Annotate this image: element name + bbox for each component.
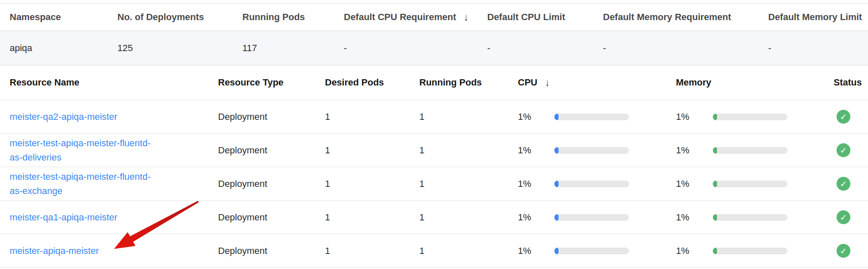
col-header-running-pods[interactable]: Running Pods bbox=[419, 65, 518, 100]
table-row: meister-apiqa-meister Deployment 1 1 1% … bbox=[0, 234, 868, 268]
memory-usage-bar bbox=[713, 181, 787, 187]
memory-cell: 1% bbox=[676, 234, 834, 267]
running-pods-value: 1 bbox=[419, 234, 518, 267]
desired-pods-value: 1 bbox=[325, 134, 419, 167]
col-header-status[interactable]: Status bbox=[834, 65, 868, 100]
resource-link[interactable]: meister-qa1-apiqa-meister bbox=[10, 210, 117, 225]
table-row: meister-test-apiqa-meister-fluentd-as-de… bbox=[0, 134, 868, 167]
memory-cell: 1% bbox=[676, 167, 834, 200]
status-cell: ✓ bbox=[834, 201, 868, 234]
cpu-usage-fill bbox=[554, 147, 559, 154]
running-pods-value: 1 bbox=[419, 201, 518, 234]
resource-type-value: Deployment bbox=[218, 100, 325, 133]
memory-usage-bar bbox=[713, 248, 787, 254]
memory-usage-fill bbox=[713, 114, 717, 120]
resource-table: Resource Name Resource Type Desired Pods… bbox=[0, 65, 868, 268]
cpu-cell: 1% bbox=[518, 201, 676, 234]
memory-usage-fill bbox=[713, 181, 717, 187]
default-memory-requirement-value: - bbox=[603, 31, 768, 65]
running-pods-count: 117 bbox=[242, 31, 344, 65]
cpu-percent: 1% bbox=[518, 111, 554, 122]
desired-pods-value: 1 bbox=[325, 100, 419, 133]
status-ok-icon: ✓ bbox=[837, 210, 850, 224]
default-cpu-limit-value: - bbox=[487, 31, 603, 65]
cpu-usage-bar bbox=[554, 248, 629, 254]
workload-dashboard: Namespace No. of Deployments Running Pod… bbox=[0, 0, 868, 269]
cpu-cell: 1% bbox=[518, 234, 676, 267]
default-memory-limit-value: - bbox=[768, 31, 868, 65]
resource-name-cell: meister-qa1-apiqa-meister bbox=[10, 201, 218, 234]
resource-name-cell: meister-qa2-apiqa-meister bbox=[10, 100, 218, 133]
cpu-usage-bar bbox=[554, 114, 629, 120]
cpu-usage-bar bbox=[554, 147, 629, 154]
memory-cell: 1% bbox=[676, 100, 834, 133]
status-cell: ✓ bbox=[834, 234, 868, 267]
memory-cell: 1% bbox=[676, 201, 834, 234]
status-ok-icon: ✓ bbox=[837, 143, 850, 157]
status-cell: ✓ bbox=[834, 134, 868, 167]
cpu-percent: 1% bbox=[518, 178, 554, 189]
status-cell: ✓ bbox=[834, 167, 868, 200]
col-header-default-memory-requirement[interactable]: Default Memory Requirement bbox=[603, 4, 768, 31]
cpu-usage-fill bbox=[554, 214, 559, 221]
sort-descending-icon[interactable]: ↓ bbox=[545, 77, 550, 88]
col-header-default-cpu-requirement-label: Default CPU Requirement bbox=[344, 12, 456, 23]
cpu-usage-bar bbox=[554, 214, 629, 221]
cpu-usage-fill bbox=[554, 181, 559, 187]
desired-pods-value: 1 bbox=[325, 201, 419, 234]
col-header-cpu-label: CPU bbox=[518, 77, 537, 88]
cpu-percent: 1% bbox=[518, 246, 554, 256]
running-pods-value: 1 bbox=[419, 100, 518, 133]
memory-usage-fill bbox=[713, 248, 717, 254]
cpu-percent: 1% bbox=[518, 212, 554, 223]
cpu-percent: 1% bbox=[518, 145, 554, 156]
status-ok-icon: ✓ bbox=[837, 244, 850, 258]
col-header-desired-pods[interactable]: Desired Pods bbox=[325, 65, 419, 100]
namespace-row: apiqa 125 117 - - - - bbox=[0, 31, 868, 65]
running-pods-value: 1 bbox=[419, 167, 518, 200]
memory-percent: 1% bbox=[676, 111, 713, 122]
resource-name-cell: meister-apiqa-meister bbox=[10, 234, 218, 267]
running-pods-value: 1 bbox=[419, 134, 518, 167]
resource-name-cell: meister-test-apiqa-meister-fluentd-as-de… bbox=[10, 134, 218, 167]
memory-usage-bar bbox=[713, 214, 787, 221]
col-header-deployments[interactable]: No. of Deployments bbox=[117, 4, 242, 31]
cpu-cell: 1% bbox=[518, 167, 676, 200]
memory-percent: 1% bbox=[676, 145, 713, 156]
namespace-value: apiqa bbox=[10, 31, 117, 65]
sort-descending-icon[interactable]: ↓ bbox=[464, 11, 469, 23]
memory-usage-bar bbox=[713, 114, 787, 120]
memory-percent: 1% bbox=[676, 246, 713, 256]
resource-type-value: Deployment bbox=[218, 167, 325, 200]
memory-usage-fill bbox=[713, 147, 717, 154]
col-header-default-cpu-limit[interactable]: Default CPU Limit bbox=[487, 4, 603, 31]
memory-usage-fill bbox=[713, 214, 717, 221]
default-cpu-requirement-value: - bbox=[344, 31, 487, 65]
col-header-memory[interactable]: Memory bbox=[676, 65, 834, 100]
resource-link[interactable]: meister-test-apiqa-meister-fluentd-as-de… bbox=[10, 136, 159, 165]
deployments-count: 125 bbox=[117, 31, 242, 65]
namespace-table: Namespace No. of Deployments Running Pod… bbox=[0, 3, 868, 65]
col-header-default-memory-limit[interactable]: Default Memory Limit bbox=[768, 4, 868, 31]
col-header-default-cpu-requirement[interactable]: Default CPU Requirement ↓ bbox=[344, 4, 487, 31]
table-row: meister-test-apiqa-meister-fluentd-as-ex… bbox=[0, 167, 868, 201]
memory-cell: 1% bbox=[676, 134, 834, 167]
col-header-running-pods[interactable]: Running Pods bbox=[242, 4, 344, 31]
cpu-usage-bar bbox=[554, 181, 629, 187]
memory-percent: 1% bbox=[676, 178, 713, 189]
memory-percent: 1% bbox=[676, 212, 713, 223]
resource-link-annotated[interactable]: meister-apiqa-meister bbox=[10, 244, 99, 258]
col-header-resource-name[interactable]: Resource Name bbox=[10, 65, 218, 100]
resource-name-cell: meister-test-apiqa-meister-fluentd-as-ex… bbox=[10, 167, 218, 200]
resource-type-value: Deployment bbox=[218, 134, 325, 167]
cpu-cell: 1% bbox=[518, 134, 676, 167]
resource-link[interactable]: meister-qa2-apiqa-meister bbox=[10, 110, 117, 124]
table-row: meister-qa1-apiqa-meister Deployment 1 1… bbox=[0, 201, 868, 234]
desired-pods-value: 1 bbox=[325, 234, 419, 267]
resource-type-value: Deployment bbox=[218, 234, 325, 267]
col-header-cpu[interactable]: CPU ↓ bbox=[518, 65, 676, 100]
col-header-namespace[interactable]: Namespace bbox=[10, 4, 117, 31]
resource-link[interactable]: meister-test-apiqa-meister-fluentd-as-ex… bbox=[10, 170, 159, 198]
desired-pods-value: 1 bbox=[325, 167, 419, 200]
col-header-resource-type[interactable]: Resource Type bbox=[218, 65, 325, 100]
